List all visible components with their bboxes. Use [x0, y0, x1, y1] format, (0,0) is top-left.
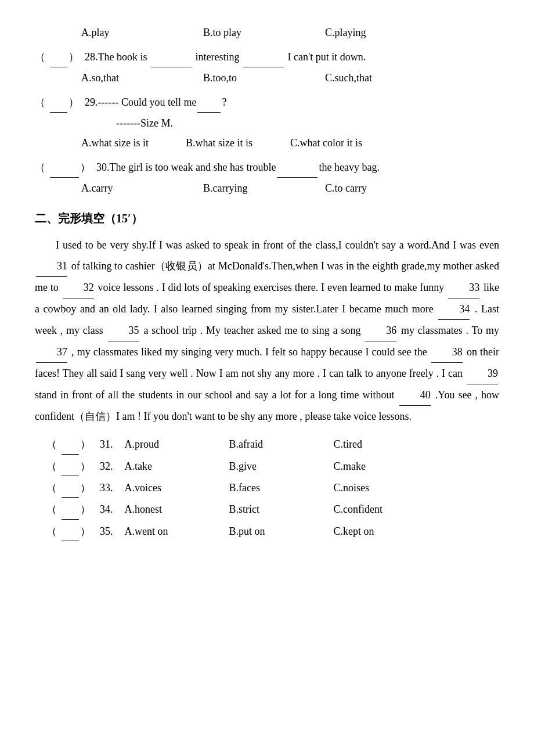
q28-options-row: A.so,that B.too,to C.such,that	[35, 69, 499, 87]
fill-q35-row: （ ） 35. A.went on B.put on C.kept on	[35, 522, 499, 541]
fq31-num: 31.	[100, 435, 113, 453]
fq34-option-c: C.confident	[334, 500, 421, 519]
fq34-bracket-close: ）	[80, 500, 91, 519]
fq31-option-a: A.proud	[125, 435, 229, 453]
q30-option-c: C.to carry	[325, 179, 412, 197]
fq31-option-b: B.afraid	[229, 435, 334, 453]
q28-blank2[interactable]	[243, 48, 284, 67]
q29-bracket-open: （	[35, 93, 45, 111]
fill-q34-row: （ ） 34. A.honest B.strict C.confident	[35, 500, 499, 519]
fq35-bracket-close: ）	[80, 522, 91, 541]
fq35-option-b: B.put on	[229, 522, 334, 541]
q27-options-block: A.play B.to play C.playing	[35, 23, 499, 42]
q27-options-row: A.play B.to play C.playing	[35, 23, 499, 42]
fq35-num: 35.	[100, 522, 113, 541]
q29-option-a: A.what size is it	[81, 134, 168, 152]
fq33-bracket-open: （	[46, 478, 57, 497]
q30-block: （ ） 30.The girl is too weak and she has …	[35, 158, 499, 197]
fq31-bracket-close: ）	[80, 435, 91, 453]
q29-bracket-close: ）	[68, 93, 79, 111]
q28-answer-blank[interactable]	[50, 48, 67, 67]
fq35-option-c: C.kept on	[334, 522, 421, 541]
q29-option-c: C.what color it is	[290, 134, 377, 152]
q29-extra-line: -------Size M.	[35, 114, 499, 132]
blank-36[interactable]: 36	[365, 320, 396, 341]
q29-option-b: B.what size it is	[186, 134, 273, 152]
fq32-option-b: B.give	[229, 457, 334, 476]
q29-answer-blank[interactable]	[50, 93, 67, 112]
fq34-option-a: A.honest	[125, 500, 229, 519]
q29-options-row: A.what size is it B.what size it is C.wh…	[35, 134, 499, 152]
q30-blank[interactable]	[277, 158, 317, 177]
q28-blank1[interactable]	[151, 48, 192, 67]
q27-option-b: B.to play	[203, 23, 290, 42]
fq32-option-c: C.make	[334, 457, 421, 476]
section2-title: 二、完形填空（15′）	[35, 208, 499, 229]
fq31-option-c: C.tired	[334, 435, 421, 453]
q29-text: 29.------ Could you tell me ?	[85, 93, 226, 112]
q28-bracket-close: ）	[68, 48, 79, 66]
q27-option-c: C.playing	[325, 23, 412, 42]
fq34-num: 34.	[100, 500, 113, 519]
fq33-answer-blank[interactable]	[62, 478, 79, 498]
fq32-answer-blank[interactable]	[62, 457, 79, 476]
fq32-option-a: A.take	[125, 457, 229, 476]
q28-option-c: C.such,that	[325, 69, 412, 87]
fq34-answer-blank[interactable]	[62, 500, 79, 519]
fq33-num: 33.	[100, 478, 113, 497]
blank-32[interactable]: 32	[63, 277, 94, 298]
q30-option-b: B.carrying	[203, 179, 290, 197]
q29-block: （ ） 29.------ Could you tell me ? ------…	[35, 93, 499, 152]
blank-33[interactable]: 33	[448, 277, 479, 298]
passage-text: I used to be very shy.If I was asked to …	[35, 235, 499, 427]
fq33-option-c: C.noises	[334, 478, 421, 497]
q28-text: 28.The book is interesting I can't put i…	[85, 48, 366, 67]
fq32-bracket-open: （	[46, 457, 57, 476]
fq33-bracket-close: ）	[80, 478, 91, 497]
fq32-bracket-close: ）	[80, 457, 91, 476]
q30-row: （ ） 30.The girl is too weak and she has …	[35, 158, 499, 177]
fq35-bracket-open: （	[46, 522, 57, 541]
fill-questions-container: （ ） 31. A.proud B.afraid C.tired （ ） 32.…	[35, 435, 499, 541]
blank-40[interactable]: 40	[399, 384, 431, 406]
q28-block: （ ） 28.The book is interesting I can't p…	[35, 48, 499, 87]
fq32-num: 32.	[100, 457, 113, 476]
blank-35[interactable]: 35	[108, 320, 139, 341]
fq35-answer-blank[interactable]	[62, 522, 79, 541]
fill-q33-row: （ ） 33. A.voices B.faces C.noises	[35, 478, 499, 498]
q28-option-b: B.too,to	[203, 69, 290, 87]
q30-text: 30.The girl is too weak and she has trou…	[96, 158, 380, 177]
fq33-option-a: A.voices	[125, 478, 229, 497]
blank-37[interactable]: 37	[36, 341, 67, 363]
fill-q32-row: （ ） 32. A.take B.give C.make	[35, 457, 499, 476]
q30-answer-blank[interactable]	[50, 158, 79, 177]
blank-38[interactable]: 38	[431, 341, 463, 363]
q28-bracket-open: （	[35, 48, 45, 66]
fq31-answer-blank[interactable]	[62, 435, 79, 454]
q29-blank[interactable]	[197, 93, 221, 112]
fq35-option-a: A.went on	[125, 522, 229, 541]
fill-q31-row: （ ） 31. A.proud B.afraid C.tired	[35, 435, 499, 454]
q30-bracket-close: ）	[80, 158, 91, 177]
q29-row: （ ） 29.------ Could you tell me ?	[35, 93, 499, 112]
fq34-option-b: B.strict	[229, 500, 334, 519]
q28-option-a: A.so,that	[81, 69, 168, 87]
blank-39[interactable]: 39	[467, 363, 498, 384]
blank-34[interactable]: 34	[438, 298, 470, 320]
q30-bracket-open: （	[35, 158, 45, 177]
blank-31[interactable]: 31	[36, 255, 67, 277]
q27-option-a: A.play	[81, 23, 168, 42]
q28-row: （ ） 28.The book is interesting I can't p…	[35, 48, 499, 67]
fq34-bracket-open: （	[46, 500, 57, 519]
fq33-option-b: B.faces	[229, 478, 334, 497]
fq31-bracket-open: （	[46, 435, 57, 453]
q30-option-a: A.carry	[81, 179, 168, 197]
q30-options-row: A.carry B.carrying C.to carry	[35, 179, 499, 197]
